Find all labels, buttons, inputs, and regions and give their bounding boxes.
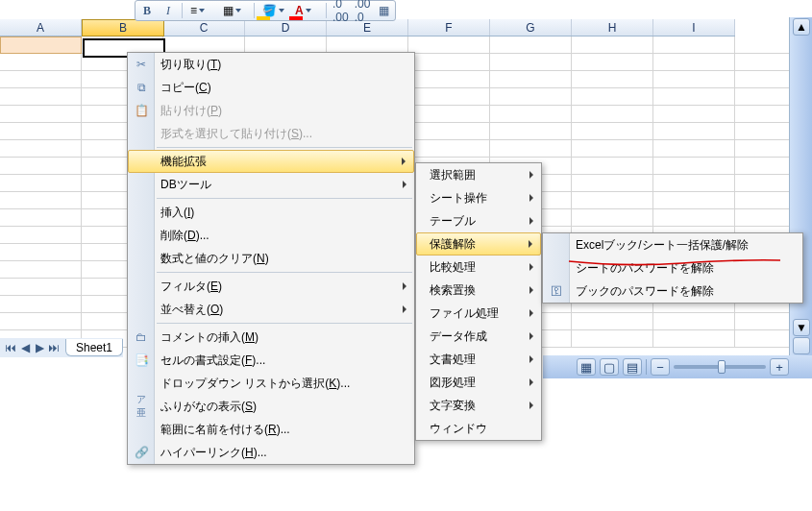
menu-label: 数式と値のクリア(N) [160, 251, 269, 267]
submenu-text-proc[interactable]: 文書処理 [416, 348, 541, 371]
view-normal-button[interactable]: ▦ [577, 358, 596, 376]
hyperlink-icon: 🔗 [134, 445, 149, 460]
decrease-decimal-button[interactable]: .00.0 [355, 2, 371, 19]
menu-label: 検索置換 [430, 282, 476, 299]
col-header-D[interactable]: D [245, 19, 327, 36]
zoom-in-button[interactable]: + [770, 358, 789, 376]
col-header-C[interactable]: C [163, 19, 245, 36]
vertical-scrollbar[interactable]: ▲ ▼ [789, 17, 812, 355]
menu-delete[interactable]: 削除(D)... [128, 224, 414, 247]
submenu-book-password[interactable]: ⚿ ブックのパスワードを解除 [543, 280, 802, 303]
fill-color-swatch [257, 16, 270, 20]
menu-label: コピー(C) [160, 80, 211, 96]
scissors-icon: ✂ [134, 57, 149, 72]
sheet-tab-label: Sheet1 [76, 341, 112, 354]
fill-color-button[interactable]: 🪣 [260, 4, 287, 17]
col-header-A[interactable]: A [0, 19, 82, 36]
submenu-table[interactable]: テーブル [416, 209, 541, 232]
submenu-compare[interactable]: 比較処理 [416, 256, 541, 279]
menu-cut[interactable]: ✂ 切り取り(T) [128, 53, 414, 76]
menu-extensions[interactable]: 機能拡張 [128, 150, 414, 173]
submenu-arrow-icon [529, 217, 533, 225]
col-header-F[interactable]: F [408, 19, 490, 36]
phonetic-icon: ア亜 [134, 399, 149, 414]
toolbar-separator [182, 3, 183, 18]
format-icon: 📑 [134, 353, 149, 368]
col-header-H[interactable]: H [572, 19, 653, 36]
submenu-search-replace[interactable]: 検索置換 [416, 279, 541, 302]
zoom-slider[interactable] [674, 365, 766, 369]
border-icon: ▦ [223, 4, 234, 17]
scroll-down-button[interactable]: ▼ [793, 319, 810, 336]
menu-db-tools[interactable]: DBツール [128, 173, 414, 196]
submenu-arrow-icon [403, 181, 406, 188]
submenu-char-conv[interactable]: 文字変換 [416, 394, 541, 417]
menu-format-cells[interactable]: 📑 セルの書式設定(F)... [128, 349, 414, 372]
menu-copy[interactable]: ⧉ コピー(C) [128, 76, 414, 99]
menu-label: フィルタ(E) [160, 279, 222, 295]
align-button[interactable]: ≡ [188, 4, 215, 17]
prev-sheet-button[interactable]: ◀ [18, 341, 32, 354]
menu-sort[interactable]: 並べ替え(O) [128, 298, 414, 321]
col-header-I[interactable]: I [653, 19, 735, 36]
menu-label: Excelブック/シート一括保護/解除 [576, 237, 749, 254]
submenu-arrow-icon [529, 332, 533, 340]
border-button[interactable]: ▦ [221, 4, 248, 17]
menu-label: ふりがなの表示(S) [160, 399, 257, 415]
menu-label: ブックのパスワードを解除 [576, 283, 714, 300]
increase-decimal-button[interactable]: .0.00 [332, 2, 349, 19]
menu-separator [157, 272, 412, 273]
annotation-red-underline [567, 257, 782, 269]
bucket-icon: 🪣 [262, 4, 277, 17]
menu-define-name[interactable]: 範囲に名前を付ける(R)... [128, 418, 414, 441]
menu-paste-special: 形式を選択して貼り付け(S)... [128, 122, 414, 145]
dropdown-arrow-icon [306, 9, 311, 12]
menu-insert-comment[interactable]: 🗀 コメントの挿入(M) [128, 326, 414, 349]
menu-label: 削除(D)... [160, 228, 209, 244]
col-header-B-active[interactable]: B [82, 19, 164, 36]
dropdown-arrow-icon [235, 9, 241, 12]
context-menu: ✂ 切り取り(T) ⧉ コピー(C) 📋 貼り付け(P) 形式を選択して貼り付け… [127, 52, 415, 465]
menu-phonetic[interactable]: ア亜 ふりがなの表示(S) [128, 395, 414, 418]
copy-icon: ⧉ [134, 80, 149, 95]
submenu-shape-proc[interactable]: 図形処理 [416, 371, 541, 394]
menu-filter[interactable]: フィルタ(E) [128, 275, 414, 298]
first-sheet-button[interactable]: ⏮ [4, 341, 17, 354]
bold-button[interactable]: B [139, 2, 155, 19]
submenu-unprotect[interactable]: 保護解除 [416, 232, 541, 256]
submenu-selection[interactable]: 選択範囲 [416, 163, 541, 186]
last-sheet-button[interactable]: ⏭ [47, 341, 61, 354]
zoom-slider-knob[interactable] [718, 360, 726, 374]
submenu-file-ops[interactable]: ファイル処理 [416, 302, 541, 325]
col-header-G[interactable]: G [490, 19, 572, 36]
zoom-out-button[interactable]: − [651, 358, 670, 376]
menu-label: ウィンドウ [430, 421, 487, 437]
submenu-arrow-icon [529, 309, 533, 317]
submenu-window[interactable]: ウィンドウ [416, 417, 541, 440]
submenu-batch-protect[interactable]: Excelブック/シート一括保護/解除 [543, 233, 802, 256]
italic-button[interactable]: I [160, 2, 176, 19]
menu-hyperlink[interactable]: 🔗 ハイパーリンク(H)... [128, 441, 414, 464]
menu-label: セルの書式設定(F)... [160, 353, 265, 369]
menu-insert[interactable]: 挿入(I) [128, 201, 414, 224]
view-layout-button[interactable]: ▢ [600, 358, 619, 376]
scroll-corner [793, 337, 810, 354]
sheet-tab[interactable]: Sheet1 [65, 339, 123, 356]
menu-label: 切り取り(T) [160, 57, 221, 73]
menu-dropdown-list[interactable]: ドロップダウン リストから選択(K)... [128, 372, 414, 395]
menu-clear[interactable]: 数式と値のクリア(N) [128, 247, 414, 270]
format-cells-icon-button[interactable]: ▦ [376, 2, 391, 19]
scroll-up-button[interactable]: ▲ [793, 18, 810, 36]
submenu-sheet-ops[interactable]: シート操作 [416, 186, 541, 209]
sheet-tab-bar: ⏮ ◀ ▶ ⏭ Sheet1 [0, 338, 123, 357]
submenu-arrow-icon [529, 355, 533, 363]
menu-label: 文字変換 [430, 398, 476, 414]
submenu-arrow-icon [529, 402, 533, 409]
menu-label: 選択範囲 [430, 167, 476, 183]
submenu-data-create[interactable]: データ作成 [416, 325, 541, 348]
extensions-submenu: 選択範囲 シート操作 テーブル 保護解除 比較処理 検索置換 ファイル処理 デー… [415, 162, 542, 441]
menu-label: ファイル処理 [430, 305, 499, 322]
font-color-button[interactable]: A [293, 4, 320, 17]
next-sheet-button[interactable]: ▶ [33, 341, 46, 354]
view-pagebreak-button[interactable]: ▤ [623, 358, 642, 376]
